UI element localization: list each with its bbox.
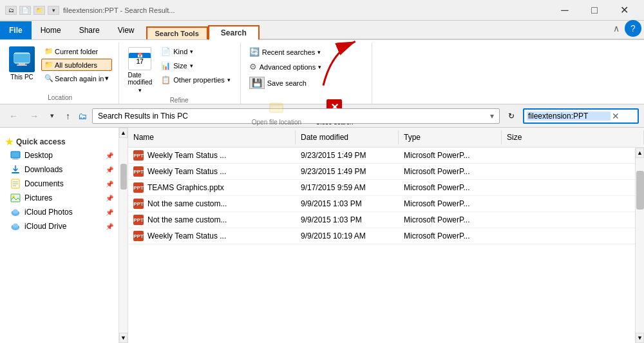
ppt-icon: PPT	[133, 199, 144, 209]
svg-rect-1	[14, 54, 30, 63]
refine-content: 📅 17 Datemodified ▾ 📄 Kind ▾ 📊 Size ▾	[124, 45, 233, 95]
downloads-pin-icon: 📌	[106, 166, 113, 173]
help-button[interactable]: ?	[625, 20, 641, 37]
sidebar-item-icloud-drive[interactable]: iCloud Drive 📌	[0, 219, 118, 233]
search-input[interactable]	[527, 112, 611, 121]
documents-icon	[10, 179, 21, 189]
svg-rect-9	[12, 159, 19, 160]
kind-icon: 📄	[161, 47, 171, 56]
svg-point-17	[13, 210, 18, 214]
location-buttons: 📁 Current folder 📁 All subfolders 🔍 Sear…	[41, 45, 112, 84]
file-cell-size	[502, 235, 635, 237]
path-folder-icon: 🗂	[78, 111, 87, 121]
tab-view[interactable]: View	[109, 21, 144, 39]
sidebar-scroll-up[interactable]: ▲	[119, 128, 128, 138]
file-cell-name: PPT Weekly Team Status ...	[128, 230, 296, 242]
open-file-location-label: Open file location	[252, 119, 301, 126]
kind-btn[interactable]: 📄 Kind ▾	[158, 45, 233, 58]
ribbon-group-refine: 📅 17 Datemodified ▾ 📄 Kind ▾ 📊 Size ▾	[122, 43, 240, 104]
icloud-photos-label: iCloud Photos	[24, 208, 73, 217]
title-text: fileextension:PPT - Search Result...	[63, 6, 175, 14]
search-again-in-btn[interactable]: 🔍 Search again in ▾	[41, 72, 112, 84]
title-bar: 🗂 📄 📁 ▾ fileextension:PPT - Search Resul…	[0, 0, 644, 21]
file-cell-type: Microsoft PowerP...	[399, 230, 502, 242]
table-row[interactable]: PPT Not the same custom... 9/9/2015 1:03…	[128, 212, 635, 228]
current-folder-btn[interactable]: 📁 Current folder	[41, 45, 112, 57]
refresh-button[interactable]: ↻	[504, 110, 519, 122]
file-cell-type: Microsoft PowerP...	[399, 166, 502, 177]
downloads-icon	[10, 164, 21, 175]
tab-share[interactable]: Share	[70, 21, 109, 39]
tab-search[interactable]: Search	[208, 25, 260, 40]
file-list-scrollbar: ▲ ▼	[635, 148, 644, 343]
table-row[interactable]: PPT Not the same custom... 9/9/2015 1:03…	[128, 196, 635, 212]
close-button[interactable]: ✕	[609, 0, 639, 21]
recent-searches-icon: 🔄	[249, 47, 260, 57]
ppt-icon: PPT	[133, 182, 144, 193]
title-bar-left: 🗂 📄 📁 ▾ fileextension:PPT - Search Resul…	[5, 6, 175, 15]
desktop-icon	[10, 150, 21, 161]
sidebar-scroll-thumb[interactable]	[120, 164, 127, 190]
advanced-options-label: Advanced options	[260, 63, 316, 71]
quick-access-toolbar-icon3[interactable]: 📁	[33, 6, 45, 15]
quick-access-section[interactable]: ★ Quick access	[0, 133, 118, 148]
table-row[interactable]: PPT Weekly Team Status ... 9/23/2015 1:4…	[128, 164, 635, 180]
svg-rect-8	[14, 158, 17, 159]
quick-access-toolbar-icon2[interactable]: 📄	[19, 6, 31, 15]
maximize-button[interactable]: □	[580, 0, 609, 21]
search-box-bar[interactable]: ✕	[523, 108, 639, 124]
open-file-location-btn[interactable]: Open file location	[246, 95, 307, 128]
all-subfolders-btn[interactable]: 📁 All subfolders	[41, 59, 112, 71]
file-cell-date: 9/23/2015 1:49 PM	[296, 166, 399, 177]
forward-button[interactable]: →	[26, 108, 43, 124]
col-header-type[interactable]: Type	[399, 130, 502, 144]
sidebar-item-documents[interactable]: Documents 📌	[0, 177, 118, 191]
tab-search-tools[interactable]: Search Tools	[146, 26, 208, 39]
file-list-scroll-down[interactable]: ▼	[636, 333, 644, 343]
ppt-icon: PPT	[133, 231, 144, 241]
quick-access-label: Quick access	[16, 137, 66, 146]
table-row[interactable]: PPT TEAMS Graphics.pptx 9/17/2015 9:59 A…	[128, 180, 635, 196]
other-properties-btn[interactable]: 📋 Other properties ▾	[158, 74, 233, 86]
col-header-size[interactable]: Size	[502, 130, 644, 144]
svg-rect-12	[11, 194, 20, 202]
recent-locations-button[interactable]: ▾	[46, 109, 58, 122]
search-clear-button[interactable]: ✕	[611, 111, 621, 121]
sidebar-scroll-down[interactable]: ▼	[119, 333, 128, 343]
this-pc-button[interactable]: This PC	[8, 45, 36, 82]
col-header-date[interactable]: Date modified	[296, 130, 399, 144]
file-list-scroll-thumb[interactable]	[636, 171, 644, 210]
sidebar-item-pictures[interactable]: Pictures 📌	[0, 191, 118, 205]
size-icon: 📊	[161, 61, 171, 70]
file-list: Name Date modified Type Size PPT Weekly …	[128, 128, 644, 343]
sidebar-item-desktop[interactable]: Desktop 📌	[0, 148, 118, 162]
search-again-arrow: ▾	[105, 74, 109, 83]
ribbon-collapse-btn[interactable]: ∧	[613, 23, 620, 34]
table-row[interactable]: PPT Weekly Team Status ... 9/23/2015 1:4…	[128, 148, 635, 164]
quick-access-dropdown[interactable]: ▾	[48, 6, 59, 15]
size-btn[interactable]: 📊 Size ▾	[158, 59, 233, 72]
file-list-scroll-up[interactable]: ▲	[636, 148, 644, 158]
minimize-button[interactable]: ─	[550, 0, 580, 21]
svg-rect-7	[11, 152, 20, 158]
icloud-drive-icon	[10, 221, 21, 231]
tab-file[interactable]: File	[0, 21, 32, 39]
svg-rect-2	[19, 63, 25, 64]
up-button[interactable]: ↑	[62, 108, 74, 124]
ribbon-content: This PC 📁 Current folder 📁 All subfolder…	[0, 40, 644, 104]
file-cell-name: PPT Weekly Team Status ...	[128, 165, 296, 178]
file-cell-name: PPT Not the same custom...	[128, 197, 296, 210]
date-modified-btn[interactable]: 📅 17 Datemodified ▾	[124, 45, 155, 95]
refine-group-label: Refine	[124, 97, 233, 104]
sidebar-item-downloads[interactable]: Downloads 📌	[0, 162, 118, 177]
table-row[interactable]: PPT Weekly Team Status ... 9/9/2015 10:1…	[128, 228, 635, 244]
advanced-options-icon: ⚙	[249, 62, 257, 72]
pictures-label: Pictures	[24, 193, 52, 202]
kind-arrow: ▾	[190, 48, 193, 55]
sidebar-item-icloud-photos[interactable]: iCloud Photos 📌	[0, 205, 118, 219]
search-again-icon: 🔍	[44, 74, 53, 83]
quick-access-toolbar-icon1[interactable]: 🗂	[5, 6, 17, 15]
tab-home[interactable]: Home	[32, 21, 70, 39]
col-header-name[interactable]: Name	[128, 130, 296, 144]
back-button[interactable]: ←	[5, 108, 22, 124]
